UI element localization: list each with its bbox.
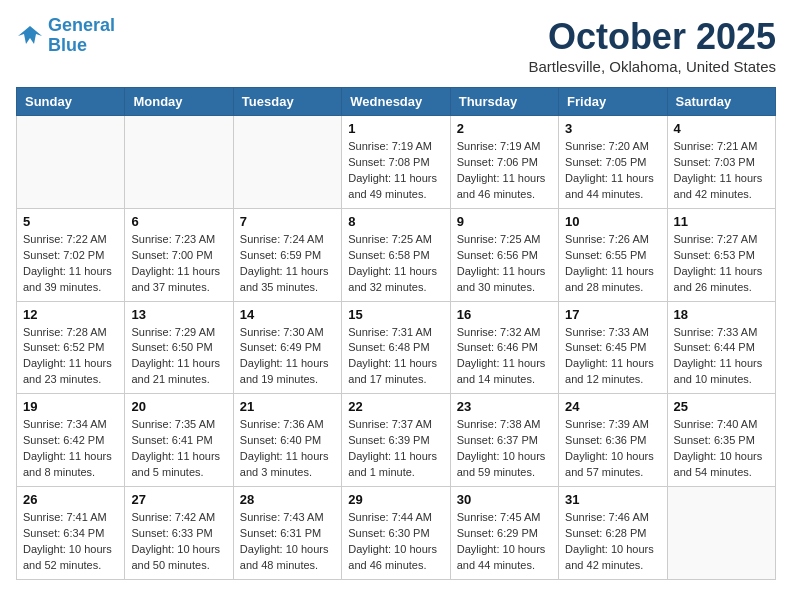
- month-title: October 2025: [528, 16, 776, 58]
- calendar-cell: 4Sunrise: 7:21 AMSunset: 7:03 PMDaylight…: [667, 116, 775, 209]
- day-info: Sunrise: 7:42 AMSunset: 6:33 PMDaylight:…: [131, 510, 226, 574]
- calendar-cell: 31Sunrise: 7:46 AMSunset: 6:28 PMDayligh…: [559, 487, 667, 580]
- weekday-header-wednesday: Wednesday: [342, 88, 450, 116]
- weekday-header-row: SundayMondayTuesdayWednesdayThursdayFrid…: [17, 88, 776, 116]
- calendar-cell: 28Sunrise: 7:43 AMSunset: 6:31 PMDayligh…: [233, 487, 341, 580]
- day-number: 29: [348, 492, 443, 507]
- title-area: October 2025 Bartlesville, Oklahoma, Uni…: [528, 16, 776, 75]
- logo-text: General Blue: [48, 16, 115, 56]
- week-row-1: 1Sunrise: 7:19 AMSunset: 7:08 PMDaylight…: [17, 116, 776, 209]
- day-number: 28: [240, 492, 335, 507]
- calendar-cell: [125, 116, 233, 209]
- calendar-cell: [17, 116, 125, 209]
- calendar-cell: 9Sunrise: 7:25 AMSunset: 6:56 PMDaylight…: [450, 208, 558, 301]
- day-number: 8: [348, 214, 443, 229]
- calendar-cell: 8Sunrise: 7:25 AMSunset: 6:58 PMDaylight…: [342, 208, 450, 301]
- day-info: Sunrise: 7:46 AMSunset: 6:28 PMDaylight:…: [565, 510, 660, 574]
- day-info: Sunrise: 7:43 AMSunset: 6:31 PMDaylight:…: [240, 510, 335, 574]
- calendar-cell: 27Sunrise: 7:42 AMSunset: 6:33 PMDayligh…: [125, 487, 233, 580]
- calendar-cell: 7Sunrise: 7:24 AMSunset: 6:59 PMDaylight…: [233, 208, 341, 301]
- day-info: Sunrise: 7:21 AMSunset: 7:03 PMDaylight:…: [674, 139, 769, 203]
- calendar-cell: 17Sunrise: 7:33 AMSunset: 6:45 PMDayligh…: [559, 301, 667, 394]
- weekday-header-saturday: Saturday: [667, 88, 775, 116]
- day-number: 17: [565, 307, 660, 322]
- day-info: Sunrise: 7:44 AMSunset: 6:30 PMDaylight:…: [348, 510, 443, 574]
- week-row-3: 12Sunrise: 7:28 AMSunset: 6:52 PMDayligh…: [17, 301, 776, 394]
- day-number: 9: [457, 214, 552, 229]
- day-number: 14: [240, 307, 335, 322]
- day-info: Sunrise: 7:35 AMSunset: 6:41 PMDaylight:…: [131, 417, 226, 481]
- calendar-cell: 26Sunrise: 7:41 AMSunset: 6:34 PMDayligh…: [17, 487, 125, 580]
- day-info: Sunrise: 7:39 AMSunset: 6:36 PMDaylight:…: [565, 417, 660, 481]
- calendar-cell: 2Sunrise: 7:19 AMSunset: 7:06 PMDaylight…: [450, 116, 558, 209]
- calendar-cell: 10Sunrise: 7:26 AMSunset: 6:55 PMDayligh…: [559, 208, 667, 301]
- day-number: 12: [23, 307, 118, 322]
- day-info: Sunrise: 7:19 AMSunset: 7:06 PMDaylight:…: [457, 139, 552, 203]
- day-number: 1: [348, 121, 443, 136]
- weekday-header-friday: Friday: [559, 88, 667, 116]
- calendar-cell: 18Sunrise: 7:33 AMSunset: 6:44 PMDayligh…: [667, 301, 775, 394]
- logo-icon: [16, 22, 44, 50]
- day-number: 6: [131, 214, 226, 229]
- weekday-header-monday: Monday: [125, 88, 233, 116]
- day-info: Sunrise: 7:24 AMSunset: 6:59 PMDaylight:…: [240, 232, 335, 296]
- day-number: 7: [240, 214, 335, 229]
- day-info: Sunrise: 7:36 AMSunset: 6:40 PMDaylight:…: [240, 417, 335, 481]
- day-number: 10: [565, 214, 660, 229]
- day-number: 23: [457, 399, 552, 414]
- calendar-cell: [233, 116, 341, 209]
- day-number: 25: [674, 399, 769, 414]
- day-number: 24: [565, 399, 660, 414]
- day-number: 18: [674, 307, 769, 322]
- day-number: 11: [674, 214, 769, 229]
- calendar-cell: 15Sunrise: 7:31 AMSunset: 6:48 PMDayligh…: [342, 301, 450, 394]
- day-info: Sunrise: 7:26 AMSunset: 6:55 PMDaylight:…: [565, 232, 660, 296]
- calendar-cell: 12Sunrise: 7:28 AMSunset: 6:52 PMDayligh…: [17, 301, 125, 394]
- day-number: 20: [131, 399, 226, 414]
- calendar-cell: 11Sunrise: 7:27 AMSunset: 6:53 PMDayligh…: [667, 208, 775, 301]
- day-info: Sunrise: 7:38 AMSunset: 6:37 PMDaylight:…: [457, 417, 552, 481]
- day-info: Sunrise: 7:25 AMSunset: 6:58 PMDaylight:…: [348, 232, 443, 296]
- day-info: Sunrise: 7:29 AMSunset: 6:50 PMDaylight:…: [131, 325, 226, 389]
- calendar-cell: 23Sunrise: 7:38 AMSunset: 6:37 PMDayligh…: [450, 394, 558, 487]
- calendar-cell: 6Sunrise: 7:23 AMSunset: 7:00 PMDaylight…: [125, 208, 233, 301]
- day-number: 19: [23, 399, 118, 414]
- weekday-header-thursday: Thursday: [450, 88, 558, 116]
- day-info: Sunrise: 7:28 AMSunset: 6:52 PMDaylight:…: [23, 325, 118, 389]
- day-info: Sunrise: 7:19 AMSunset: 7:08 PMDaylight:…: [348, 139, 443, 203]
- week-row-5: 26Sunrise: 7:41 AMSunset: 6:34 PMDayligh…: [17, 487, 776, 580]
- day-number: 16: [457, 307, 552, 322]
- day-number: 13: [131, 307, 226, 322]
- weekday-header-sunday: Sunday: [17, 88, 125, 116]
- day-info: Sunrise: 7:22 AMSunset: 7:02 PMDaylight:…: [23, 232, 118, 296]
- day-info: Sunrise: 7:23 AMSunset: 7:00 PMDaylight:…: [131, 232, 226, 296]
- day-number: 15: [348, 307, 443, 322]
- day-info: Sunrise: 7:25 AMSunset: 6:56 PMDaylight:…: [457, 232, 552, 296]
- day-info: Sunrise: 7:41 AMSunset: 6:34 PMDaylight:…: [23, 510, 118, 574]
- day-info: Sunrise: 7:20 AMSunset: 7:05 PMDaylight:…: [565, 139, 660, 203]
- day-info: Sunrise: 7:30 AMSunset: 6:49 PMDaylight:…: [240, 325, 335, 389]
- calendar-cell: 21Sunrise: 7:36 AMSunset: 6:40 PMDayligh…: [233, 394, 341, 487]
- calendar-cell: 29Sunrise: 7:44 AMSunset: 6:30 PMDayligh…: [342, 487, 450, 580]
- day-number: 26: [23, 492, 118, 507]
- week-row-2: 5Sunrise: 7:22 AMSunset: 7:02 PMDaylight…: [17, 208, 776, 301]
- location-subtitle: Bartlesville, Oklahoma, United States: [528, 58, 776, 75]
- day-number: 4: [674, 121, 769, 136]
- day-info: Sunrise: 7:31 AMSunset: 6:48 PMDaylight:…: [348, 325, 443, 389]
- calendar-cell: 22Sunrise: 7:37 AMSunset: 6:39 PMDayligh…: [342, 394, 450, 487]
- day-number: 21: [240, 399, 335, 414]
- day-info: Sunrise: 7:33 AMSunset: 6:44 PMDaylight:…: [674, 325, 769, 389]
- day-number: 2: [457, 121, 552, 136]
- day-number: 3: [565, 121, 660, 136]
- day-info: Sunrise: 7:40 AMSunset: 6:35 PMDaylight:…: [674, 417, 769, 481]
- week-row-4: 19Sunrise: 7:34 AMSunset: 6:42 PMDayligh…: [17, 394, 776, 487]
- day-number: 5: [23, 214, 118, 229]
- calendar-cell: 5Sunrise: 7:22 AMSunset: 7:02 PMDaylight…: [17, 208, 125, 301]
- logo: General Blue: [16, 16, 115, 56]
- day-number: 27: [131, 492, 226, 507]
- page-header: General Blue October 2025 Bartlesville, …: [16, 16, 776, 75]
- calendar-cell: 20Sunrise: 7:35 AMSunset: 6:41 PMDayligh…: [125, 394, 233, 487]
- calendar-cell: 30Sunrise: 7:45 AMSunset: 6:29 PMDayligh…: [450, 487, 558, 580]
- calendar-cell: 25Sunrise: 7:40 AMSunset: 6:35 PMDayligh…: [667, 394, 775, 487]
- day-number: 22: [348, 399, 443, 414]
